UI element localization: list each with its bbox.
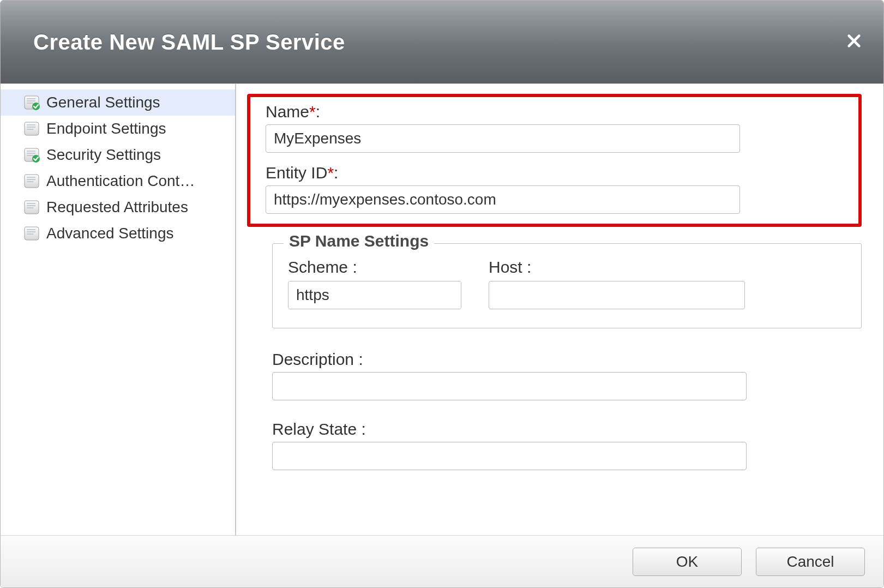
cancel-button[interactable]: Cancel (756, 548, 865, 576)
field-name: Name*: (266, 103, 850, 153)
scroll-check-icon (22, 93, 41, 112)
sidebar-item-label: Endpoint Settings (46, 120, 166, 137)
colon: : (316, 103, 320, 121)
sidebar-item-authentication-cont[interactable]: Authentication Cont… (1, 168, 235, 194)
sidebar-item-label: Requested Attributes (46, 199, 188, 216)
sidebar: General Settings Endpoint Settings Secur… (1, 84, 236, 535)
field-entity-id: Entity ID*: (266, 164, 850, 214)
sidebar-item-advanced-settings[interactable]: Advanced Settings (1, 220, 235, 247)
dialog-title: Create New SAML SP Service (33, 30, 345, 55)
close-icon[interactable] (846, 31, 862, 53)
name-label-text: Name (266, 103, 309, 121)
entity-id-input[interactable] (266, 185, 740, 214)
scheme-input[interactable] (288, 281, 461, 309)
dialog-body: General Settings Endpoint Settings Secur… (1, 83, 883, 535)
sidebar-item-security-settings[interactable]: Security Settings (1, 142, 235, 168)
ok-button[interactable]: OK (633, 548, 742, 576)
scheme-label: Scheme : (288, 258, 461, 277)
scroll-icon (22, 198, 41, 217)
entity-id-label: Entity ID*: (266, 164, 850, 182)
sidebar-item-label: Advanced Settings (46, 225, 174, 242)
description-field: Description : (272, 350, 862, 400)
host-input[interactable] (489, 281, 745, 309)
scheme-field: Scheme : (288, 258, 461, 309)
sidebar-item-label: General Settings (46, 94, 160, 111)
dialog: Create New SAML SP Service General Setti… (0, 0, 884, 588)
dialog-footer: OK Cancel (1, 535, 883, 587)
sidebar-item-label: Authentication Cont… (46, 172, 195, 190)
sp-name-settings-fieldset: SP Name Settings Scheme : (272, 243, 862, 328)
scroll-icon (22, 172, 41, 190)
scroll-icon (22, 119, 41, 138)
host-field: Host : (489, 258, 745, 309)
relay-state-field: Relay State : (272, 420, 862, 470)
relay-state-label: Relay State : (272, 420, 862, 439)
required-marker: * (309, 103, 316, 121)
colon: : (334, 164, 338, 182)
titlebar: Create New SAML SP Service (1, 1, 883, 83)
scroll-icon (22, 224, 41, 243)
sidebar-item-general-settings[interactable]: General Settings (1, 89, 235, 116)
sidebar-item-requested-attributes[interactable]: Requested Attributes (1, 194, 235, 220)
host-label: Host : (489, 258, 745, 277)
required-marker: * (327, 164, 334, 182)
name-label: Name*: (266, 103, 850, 121)
required-fields-highlight: Name*: Entity ID*: (247, 94, 862, 227)
description-input[interactable] (272, 372, 747, 400)
relay-state-input[interactable] (272, 442, 747, 470)
inner-pane: SP Name Settings Scheme : (247, 243, 862, 470)
name-input[interactable] (266, 124, 740, 153)
sp-name-settings-legend: SP Name Settings (284, 232, 434, 250)
description-label: Description : (272, 350, 862, 369)
scheme-combo[interactable] (288, 281, 461, 309)
content-pane: Name*: Entity ID*: SP Name Settings (236, 84, 883, 535)
entity-id-label-text: Entity ID (266, 164, 327, 182)
sidebar-item-endpoint-settings[interactable]: Endpoint Settings (1, 116, 235, 142)
sidebar-item-label: Security Settings (46, 146, 161, 164)
scroll-check-icon (22, 146, 41, 164)
